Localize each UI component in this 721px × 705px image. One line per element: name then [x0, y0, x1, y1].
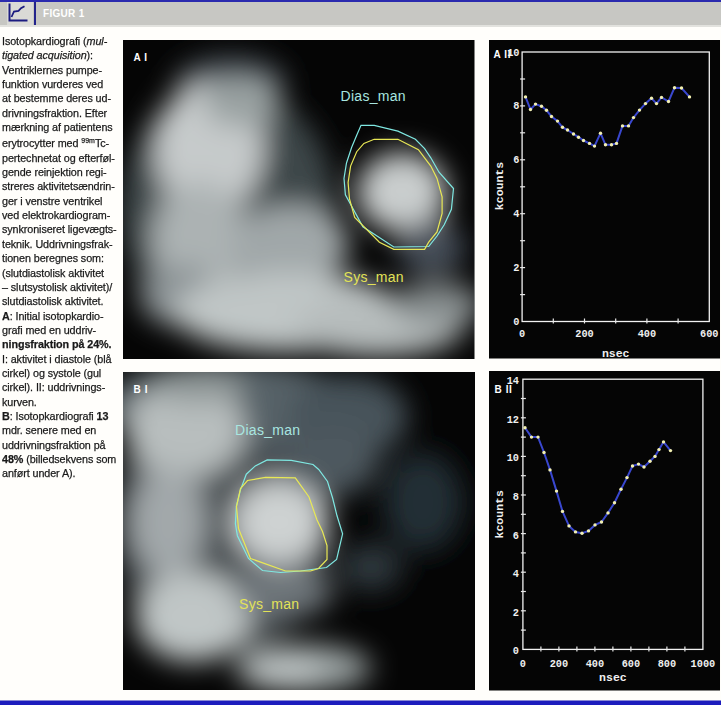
- svg-text:Dias_man: Dias_man: [341, 88, 406, 104]
- svg-text:400: 400: [637, 328, 656, 340]
- svg-text:0: 0: [519, 328, 525, 340]
- svg-text:A I: A I: [134, 52, 148, 63]
- svg-text:4: 4: [513, 208, 519, 220]
- svg-text:800: 800: [657, 658, 676, 670]
- svg-text:A II: A II: [493, 49, 511, 60]
- svg-text:B I: B I: [133, 383, 148, 394]
- svg-text:nsec: nsec: [599, 671, 627, 684]
- svg-text:6: 6: [513, 154, 519, 166]
- svg-text:8: 8: [513, 100, 519, 112]
- svg-text:kcounts: kcounts: [493, 162, 506, 210]
- svg-text:2: 2: [512, 607, 518, 619]
- svg-text:0: 0: [519, 658, 525, 670]
- svg-text:600: 600: [621, 658, 640, 670]
- svg-text:1000: 1000: [690, 658, 715, 670]
- svg-text:Sys_man: Sys_man: [239, 596, 299, 612]
- svg-text:Dias_man: Dias_man: [235, 421, 300, 437]
- svg-text:Sys_man: Sys_man: [344, 269, 404, 285]
- svg-text:B II: B II: [494, 384, 512, 395]
- svg-text:600: 600: [700, 328, 719, 340]
- svg-text:nsec: nsec: [601, 347, 629, 359]
- svg-text:200: 200: [575, 328, 594, 340]
- svg-text:6: 6: [512, 530, 518, 542]
- svg-text:400: 400: [585, 658, 604, 670]
- svg-text:0: 0: [512, 645, 518, 657]
- svg-text:0: 0: [513, 316, 519, 328]
- svg-text:4: 4: [512, 568, 518, 580]
- svg-text:10: 10: [506, 452, 518, 464]
- svg-text:2: 2: [513, 262, 519, 274]
- svg-text:kcounts: kcounts: [493, 490, 506, 538]
- svg-text:12: 12: [506, 414, 518, 426]
- svg-text:8: 8: [512, 491, 518, 503]
- svg-text:200: 200: [549, 658, 568, 670]
